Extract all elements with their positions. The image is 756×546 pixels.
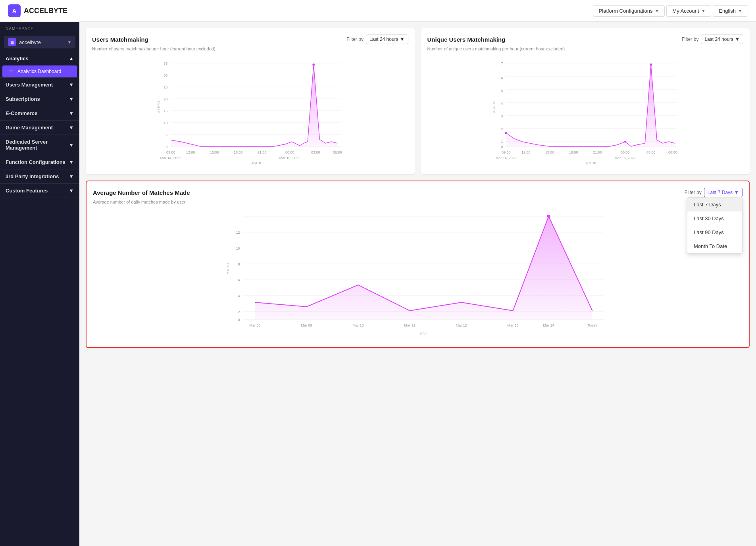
svg-text:09:00: 09:00 [166,150,175,154]
svg-text:06:00: 06:00 [333,150,342,154]
sidebar-section-ecommerce: E-Commerce ▼ [0,106,79,121]
unique-users-matchmaking-card: Unique Users Matchmaking Filter by Last … [421,28,750,174]
chart3-filter-value: Last 7 Days [708,190,733,195]
svg-text:0: 0 [165,145,167,149]
chevron-down-icon: ▼ [69,110,74,116]
svg-text:Mar 14, 2022: Mar 14, 2022 [160,156,181,160]
sidebar-section-subscriptions: Subscriptions ▼ [0,92,79,106]
main-content: Users Matchmaking Filter by Last 24 hour… [79,22,756,546]
svg-text:12:00: 12:00 [186,150,195,154]
users-matchmaking-card: Users Matchmaking Filter by Last 24 hour… [86,28,415,174]
chevron-down-icon: ▼ [69,82,74,88]
svg-text:7: 7 [501,62,503,65]
svg-text:21:00: 21:00 [258,150,267,154]
sidebar-section-ecommerce-header[interactable]: E-Commerce ▼ [0,106,79,120]
chevron-down-icon: ▼ [702,9,706,13]
chevron-down-icon: ▼ [69,173,74,179]
chart3-svg: 0 2 4 6 8 10 12 MATCH [93,208,743,339]
sidebar-section-function-header[interactable]: Function Configurations ▼ [0,155,79,169]
chart1-header: Users Matchmaking Filter by Last 24 hour… [92,35,408,44]
ecommerce-label: E-Commerce [6,110,37,116]
svg-text:5: 5 [165,133,167,137]
language-button[interactable]: English ▼ [713,5,748,17]
sidebar-section-dedicated-header[interactable]: Dedicated Server Management ▼ [0,135,79,155]
svg-text:35: 35 [164,62,167,65]
svg-text:HOUR: HOUR [586,161,597,165]
sidebar-item-analytics-dashboard[interactable]: 〰 Analytics Dashboard [2,65,77,77]
my-account-label: My Account [672,8,699,14]
chart3-title: Average Number of Matches Made [93,189,190,196]
namespace-value: accelbyte [19,39,64,45]
svg-text:10: 10 [236,246,240,250]
svg-text:5: 5 [501,89,503,93]
chart2-filter: Filter by Last 24 hours ▼ [682,35,743,44]
svg-text:MATCH: MATCH [226,261,230,275]
svg-text:25: 25 [164,85,167,89]
dropdown-item-30days[interactable]: Last 30 Days [687,211,742,225]
function-configs-label: Function Configurations [6,159,65,165]
svg-text:Mar 14, 2022: Mar 14, 2022 [495,156,516,160]
topnav-right: Platform Configurations ▼ My Account ▼ E… [593,5,748,17]
svg-text:03:00: 03:00 [646,150,655,154]
chart1-filter-value: Last 24 hours [369,37,398,42]
svg-text:Mar 14: Mar 14 [543,323,554,327]
chart2-filter-select[interactable]: Last 24 hours ▼ [701,35,743,44]
namespace-label: NAMESPACE [0,22,79,34]
namespace-select[interactable]: ▦ accelbyte ▼ [4,36,75,48]
chart1-filter-select[interactable]: Last 24 hours ▼ [366,35,408,44]
svg-text:0: 0 [238,318,240,322]
sidebar-section-game-management: Game Management ▼ [0,121,79,135]
chevron-down-icon: ▼ [69,159,74,165]
sidebar-section-dedicated-server: Dedicated Server Management ▼ [0,135,79,155]
my-account-button[interactable]: My Account ▼ [666,5,711,17]
svg-text:Mar 10: Mar 10 [352,323,364,327]
svg-text:1: 1 [501,140,503,144]
dropdown-item-90days[interactable]: Last 90 Days [687,225,742,239]
dropdown-item-7days[interactable]: Last 7 Days [687,198,742,211]
chevron-up-icon: ▲ [69,56,74,62]
svg-text:4: 4 [238,294,240,298]
chart3-filter-select[interactable]: Last 7 Days ▼ [704,188,743,197]
chart1-peak-dot [312,63,315,66]
dedicated-server-label: Dedicated Server Management [6,139,69,151]
users-management-label: Users Management [6,82,53,88]
chart2-filter-label: Filter by [682,37,699,42]
subscriptions-label: Subscriptions [6,96,40,102]
svg-text:Mar 13: Mar 13 [507,323,518,327]
platform-config-button[interactable]: Platform Configurations ▼ [593,5,665,17]
svg-text:8: 8 [238,262,240,266]
sidebar-section-game-header[interactable]: Game Management ▼ [0,121,79,135]
svg-text:HOUR: HOUR [250,161,262,165]
svg-text:2: 2 [501,127,503,131]
dropdown-item-mtd[interactable]: Month To Date [687,239,742,253]
chart3-filter: Filter by Last 7 Days ▼ Last 7 Days Last… [685,188,743,197]
svg-text:12:00: 12:00 [521,150,530,154]
sidebar-section-users-header[interactable]: Users Management ▼ [0,78,79,92]
chart2-container: 0 1 2 3 4 5 6 7 USERS [427,55,744,168]
svg-text:00:00: 00:00 [285,150,294,154]
sidebar-section-analytics-header[interactable]: Analytics ▲ [0,52,79,65]
svg-text:03:00: 03:00 [311,150,320,154]
top-navigation: A ACCELBYTE Platform Configurations ▼ My… [0,0,756,22]
svg-text:4: 4 [501,102,503,106]
chart1-svg: 0 5 10 15 20 25 30 35 USERS [92,55,408,166]
chart2-header: Unique Users Matchmaking Filter by Last … [427,35,744,44]
chart1-filter: Filter by Last 24 hours ▼ [346,35,408,44]
chart2-peak-dot [650,63,652,66]
sidebar-section-subscriptions-header[interactable]: Subscriptions ▼ [0,92,79,106]
chart-icon: 〰 [8,69,14,74]
svg-text:3: 3 [501,114,503,118]
svg-text:20: 20 [164,97,167,101]
chart2-subtitle: Number of unique users matchmaking per h… [427,46,744,51]
sidebar-section-3rdparty-header[interactable]: 3rd Party Integrations ▼ [0,169,79,183]
app-name: ACCELBYTE [24,7,67,15]
svg-text:18:00: 18:00 [569,150,578,154]
chart2-dot2 [624,141,626,143]
sidebar-section-custom-header[interactable]: Custom Features ▼ [0,184,79,198]
3rd-party-label: 3rd Party Integrations [6,173,59,179]
chart1-container: 0 5 10 15 20 25 30 35 USERS [92,55,408,168]
custom-features-label: Custom Features [6,188,48,194]
chart3-filter-wrapper: Last 7 Days ▼ Last 7 Days Last 30 Days L… [704,188,743,197]
chart3-peak-dot [547,215,550,218]
svg-text:6: 6 [501,76,503,80]
